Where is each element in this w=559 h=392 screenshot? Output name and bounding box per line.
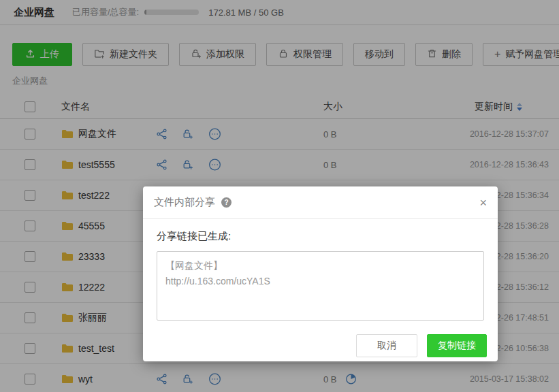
copy-link-button[interactable]: 复制链接	[427, 334, 487, 357]
cancel-button[interactable]: 取消	[356, 334, 417, 357]
help-icon[interactable]: ?	[221, 197, 231, 208]
internal-share-modal: 文件内部分享 ? × 分享链接已生成: 【网盘文件】 http://u.163.…	[143, 186, 498, 361]
modal-footer: 取消 复制链接	[356, 334, 487, 357]
share-link-message: 分享链接已生成:	[157, 230, 484, 243]
modal-title: 文件内部分享	[154, 196, 215, 209]
modal-body: 分享链接已生成: 【网盘文件】 http://u.163.com/ucYA1S	[143, 219, 498, 321]
enterprise-drive-app: 企业网盘 已用容量/总容量: 172.81 MB / 50 GB 上传 新建文件…	[0, 0, 559, 392]
close-icon[interactable]: ×	[479, 197, 487, 209]
share-link-textarea[interactable]: 【网盘文件】 http://u.163.com/ucYA1S	[157, 251, 484, 321]
modal-header: 文件内部分享 ? ×	[143, 186, 498, 219]
